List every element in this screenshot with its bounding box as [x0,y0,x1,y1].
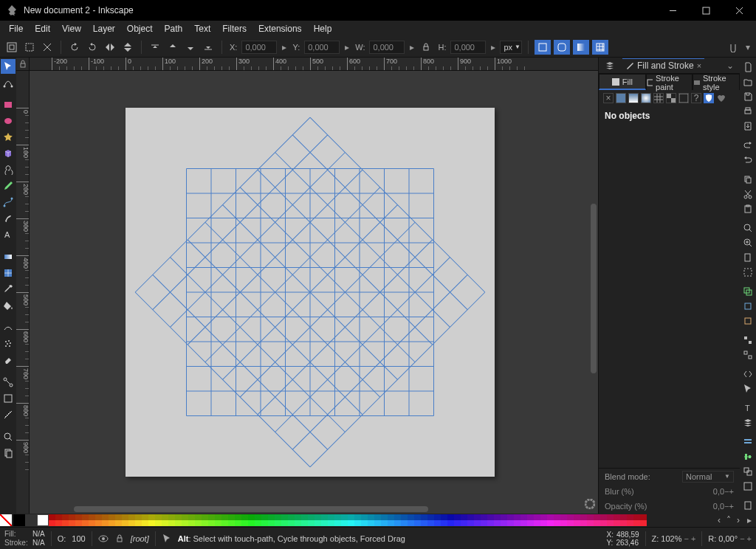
pages-tool[interactable] [1,446,16,460]
horizontal-scrollbar[interactable] [74,506,428,512]
pencil-tool[interactable] [1,179,16,193]
align-dialog-icon[interactable] [741,452,755,462]
palette-color[interactable] [441,514,447,526]
palette-color[interactable] [607,514,614,526]
palette-color[interactable] [540,514,547,526]
dropper-tool[interactable] [1,282,16,297]
unit-select[interactable]: px▼ [500,41,522,54]
new-doc-icon[interactable] [741,62,755,72]
menu-view[interactable]: View [56,21,87,36]
palette-color[interactable] [248,514,255,526]
palette-color[interactable] [594,514,600,526]
paint-pattern-icon[interactable] [666,93,676,103]
palette-color[interactable] [162,514,168,526]
palette-color[interactable] [255,514,261,526]
palette-color[interactable] [49,514,55,526]
layers-dialog-icon[interactable] [741,418,755,428]
paint-swatch-icon[interactable] [678,93,689,103]
palette-color[interactable] [182,514,188,526]
y-stepper[interactable]: ▸ [343,41,351,54]
viewport[interactable] [30,71,598,514]
star-tool[interactable] [1,130,16,145]
x-input[interactable] [241,41,277,54]
palette-color[interactable] [268,514,275,526]
palette-color[interactable] [600,514,607,526]
palette-color[interactable] [580,514,587,526]
status-opacity-value[interactable]: 100 [72,534,85,543]
copy-icon[interactable] [741,174,755,184]
palette-color[interactable] [168,514,175,526]
w-input[interactable] [369,41,405,54]
palette-color[interactable] [228,514,235,526]
3dbox-tool[interactable] [1,146,16,161]
paint-unknown-icon[interactable]: ? [691,93,701,103]
palette-color[interactable] [547,514,554,526]
palette-color[interactable] [315,514,321,526]
palette-scroll-left-icon[interactable]: ‹ [715,515,724,525]
bezier-tool[interactable] [1,195,16,210]
palette-color[interactable] [89,514,95,526]
palette-color[interactable] [202,514,208,526]
close-panel-icon[interactable]: × [697,61,701,70]
redo-icon[interactable] [741,155,755,165]
gradient-tool[interactable] [1,249,16,264]
palette-color[interactable] [514,514,520,526]
palette-color[interactable] [368,514,374,526]
dock-tab-layers-icon[interactable] [602,59,618,72]
blur-row[interactable]: Blur (%)0,0−+ [599,484,740,499]
palette-color[interactable] [155,514,162,526]
swatch-gray[interactable] [25,514,37,526]
raise-icon[interactable] [165,40,180,55]
open-doc-icon[interactable] [741,77,755,87]
palette-color[interactable] [640,514,647,526]
palette-color[interactable] [82,514,89,526]
menu-help[interactable]: Help [308,21,338,36]
h-input[interactable] [450,41,486,54]
deselect-icon[interactable] [40,40,55,55]
palette-color[interactable] [520,514,527,526]
palette-color[interactable] [341,514,348,526]
palette-color[interactable] [487,514,494,526]
palette-color[interactable] [188,514,195,526]
scale-corners-icon[interactable] [554,40,570,55]
palette-menu-icon[interactable]: ▸ [743,515,756,525]
palette-color[interactable] [614,514,620,526]
palette-color[interactable] [301,514,308,526]
palette-color[interactable] [55,514,62,526]
rect-tool[interactable] [1,97,16,112]
palette-color[interactable] [394,514,401,526]
color-wheel-icon[interactable] [585,499,595,509]
trace-dialog-icon[interactable] [741,481,755,491]
palette-color[interactable] [115,514,122,526]
lower-bottom-icon[interactable] [201,40,216,55]
selectors-icon[interactable] [741,384,755,394]
menu-object[interactable]: Object [121,21,159,36]
palette-color[interactable] [221,514,228,526]
select-all-layers-icon[interactable] [4,40,19,55]
palette-color[interactable] [195,514,202,526]
palette-color[interactable] [620,514,627,526]
measure-tool[interactable] [1,407,16,422]
tweak-tool[interactable] [1,320,16,335]
palette-color[interactable] [427,514,434,526]
text-tool[interactable]: A [1,227,16,242]
frame-icon[interactable] [741,267,755,277]
palette-color[interactable] [434,514,441,526]
menu-text[interactable]: Text [188,21,216,36]
menu-extensions[interactable]: Extensions [252,21,308,36]
palette-strip[interactable] [49,514,715,526]
palette-color[interactable] [69,514,75,526]
palette-color[interactable] [275,514,281,526]
flip-h-icon[interactable] [103,40,117,55]
text-dialog-icon[interactable]: T [741,403,755,413]
layer-visibility-icon[interactable] [98,534,109,544]
palette-color[interactable] [308,514,315,526]
palette-color[interactable] [215,514,221,526]
paint-linear-icon[interactable] [628,93,639,103]
export-icon[interactable] [741,121,755,131]
print-doc-icon[interactable] [741,106,755,117]
lpe-tool[interactable] [1,391,16,406]
snap-toggle-icon[interactable] [726,40,740,55]
palette-color[interactable] [414,514,421,526]
flip-v-icon[interactable] [120,40,135,55]
